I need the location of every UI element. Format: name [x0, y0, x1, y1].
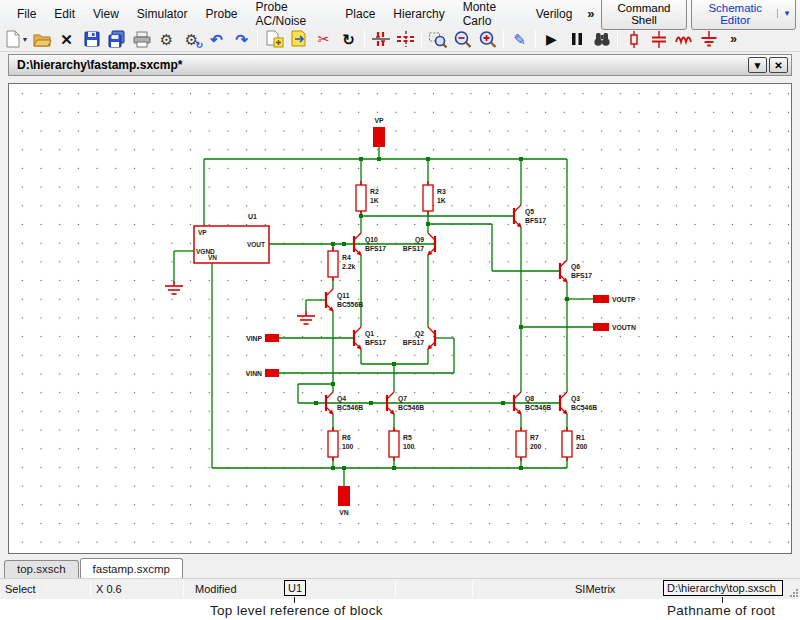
print-button[interactable] — [129, 28, 154, 50]
close-schematic-button[interactable]: ✕ — [54, 28, 79, 50]
toggle-wire-mode-button[interactable] — [368, 28, 393, 50]
find-part-button[interactable] — [589, 28, 614, 50]
transistors[interactable] — [326, 205, 568, 415]
svg-text:Q11: Q11 — [337, 292, 350, 300]
status-separator — [472, 581, 473, 597]
open-button[interactable] — [29, 28, 54, 50]
svg-text:BFS17: BFS17 — [571, 272, 592, 279]
printer-icon — [132, 30, 152, 48]
menu-verilog[interactable]: Verilog — [527, 3, 582, 25]
menu-simulator[interactable]: Simulator — [128, 3, 197, 25]
block-pin-vout: VOUT — [247, 241, 265, 248]
paste-button[interactable] — [286, 28, 311, 50]
toolbar-separator — [503, 30, 504, 48]
transistor-Q3 — [560, 392, 568, 415]
tab-fastamp-sxcmp[interactable]: fastamp.sxcmp — [80, 558, 183, 578]
menu-file[interactable]: File — [8, 3, 45, 25]
schematic-canvas[interactable]: U1 VP VOUT VGND VN VP VN VINP VINN — [8, 83, 792, 554]
annotation-root-path: Pathname of root — [667, 603, 775, 618]
refresh-arrows-icon: ↻ — [195, 40, 203, 50]
undo-button[interactable]: ↶ — [204, 28, 229, 50]
schematic-title: D:\hierarchy\fastamp.sxcmp* — [17, 58, 746, 72]
zoom-in-button[interactable] — [475, 28, 500, 50]
transistor-Q2 — [428, 327, 436, 350]
svg-text:1K: 1K — [437, 197, 446, 204]
menu-view[interactable]: View — [84, 3, 128, 25]
simulator-settings-button[interactable]: ⚙↻ — [179, 28, 204, 50]
redraw-button[interactable]: ↻ — [336, 28, 361, 50]
svg-text:Q6: Q6 — [571, 263, 580, 271]
schematic-titlebar[interactable]: D:\hierarchy\fastamp.sxcmp* ▼ ✕ — [8, 54, 792, 76]
annotate-button[interactable]: ✎ — [507, 28, 532, 50]
command-shell-button[interactable]: Command Shell — [601, 0, 688, 30]
place-resistor-button[interactable] — [621, 28, 646, 50]
menu-bar: File Edit View Simulator Probe Probe AC/… — [0, 0, 800, 27]
settings-button[interactable]: ⚙ — [154, 28, 179, 50]
hierarchical-block-U1[interactable]: U1 VP VOUT VGND VN — [194, 213, 269, 263]
toolbar-separator — [617, 30, 618, 48]
toggle-bus-mode-button[interactable] — [393, 28, 418, 50]
menu-monte-carlo[interactable]: Monte Carlo — [454, 0, 527, 32]
transistor-Q1 — [354, 327, 362, 350]
block-pin-vn: VN — [208, 254, 217, 261]
zoom-in-icon — [478, 30, 498, 49]
new-schematic-button[interactable]: ▼ — [4, 28, 29, 50]
tab-top-sxsch[interactable]: top.sxsch — [4, 560, 79, 578]
overflow-chevron-icon: » — [730, 33, 737, 45]
resistor-R3 — [423, 181, 433, 215]
status-separator — [183, 581, 184, 597]
svg-text:100: 100 — [403, 443, 415, 450]
redo-button[interactable]: ↷ — [229, 28, 254, 50]
svg-text:R7: R7 — [530, 434, 539, 441]
svg-text:BC546B: BC546B — [337, 404, 363, 411]
callout-line — [294, 597, 295, 603]
pause-simulation-button[interactable] — [564, 28, 589, 50]
editor-mode-select[interactable]: Schematic Editor ▼ — [691, 0, 796, 30]
scissors-icon: ✂ — [318, 32, 330, 46]
inductor-symbol-icon — [674, 32, 694, 46]
ground-symbol[interactable] — [297, 311, 315, 324]
terminals[interactable] — [265, 127, 609, 506]
place-inductor-button[interactable] — [671, 28, 696, 50]
status-root-path: D:\hierarchy\top.sxsch — [663, 580, 783, 596]
svg-text:R5: R5 — [403, 434, 412, 441]
menu-edit[interactable]: Edit — [45, 3, 84, 25]
svg-text:R3: R3 — [437, 188, 446, 195]
save-floppy-icon — [83, 30, 101, 48]
zoom-area-button[interactable] — [425, 28, 450, 50]
chevron-down-icon: ▼ — [753, 60, 763, 71]
menu-probe-ac-noise[interactable]: Probe AC/Noise — [247, 0, 337, 32]
bus-crossing-icon — [396, 30, 416, 48]
svg-text:BC546B: BC546B — [525, 404, 551, 411]
block-ref-label: U1 — [248, 213, 257, 220]
menu-place[interactable]: Place — [336, 3, 384, 25]
copy-button[interactable] — [261, 28, 286, 50]
menu-probe[interactable]: Probe — [197, 3, 247, 25]
annotation-footer: Top level reference of block Pathname of… — [0, 599, 800, 620]
save-button[interactable] — [79, 28, 104, 50]
resize-grip[interactable] — [790, 589, 798, 597]
gear-icon: ⚙ — [160, 32, 173, 47]
save-all-button[interactable] — [104, 28, 129, 50]
zoom-out-button[interactable] — [450, 28, 475, 50]
svg-text:Q5: Q5 — [525, 208, 534, 216]
sheet-tabbar: top.sxsch fastamp.sxcmp — [0, 556, 800, 578]
menu-overflow-chevron[interactable]: » — [581, 6, 600, 21]
place-capacitor-button[interactable] — [646, 28, 671, 50]
window-restore-button[interactable]: ▼ — [748, 57, 767, 73]
resistor-R4 — [328, 247, 338, 281]
window-close-button[interactable]: ✕ — [769, 57, 788, 73]
menu-hierarchy[interactable]: Hierarchy — [384, 3, 453, 25]
svg-text:BC546B: BC546B — [398, 404, 424, 411]
cut-button[interactable]: ✂ — [311, 28, 336, 50]
transistor-Q11 — [326, 289, 334, 312]
svg-text:BFS17: BFS17 — [365, 339, 386, 346]
toolbar-overflow-button[interactable]: » — [721, 28, 746, 50]
transistor-Q6 — [560, 260, 568, 283]
place-ground-button[interactable] — [696, 28, 721, 50]
run-simulation-button[interactable]: ▶ — [539, 28, 564, 50]
simetrix-window: File Edit View Simulator Probe Probe AC/… — [0, 0, 800, 620]
main-toolbar: ▼ ✕ ⚙ ⚙↻ ↶ ↷ ✂ ↻ — [0, 27, 800, 52]
ground-symbol[interactable] — [165, 281, 183, 294]
svg-text:BC556B: BC556B — [337, 301, 363, 308]
